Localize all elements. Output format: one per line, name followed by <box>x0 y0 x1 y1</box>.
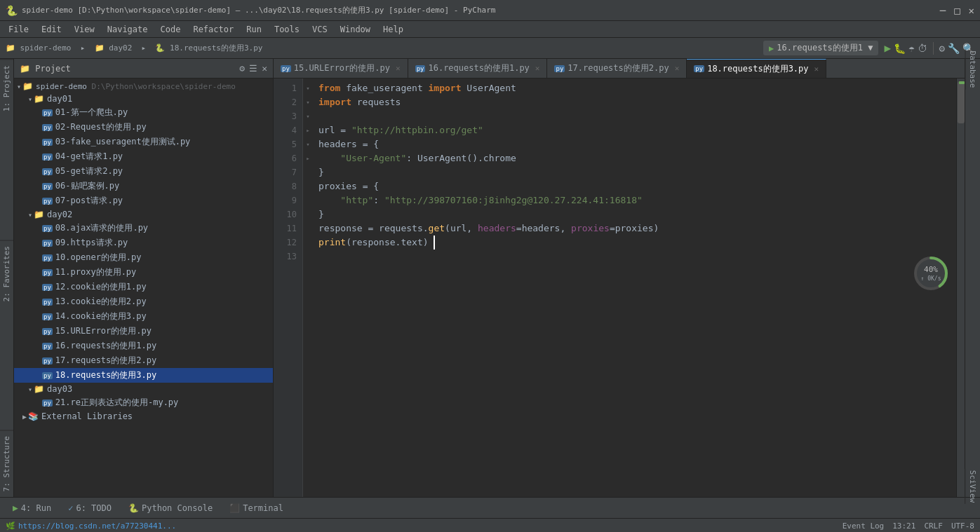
code-line-1: from fake_useragent import UserAgent <box>318 81 951 95</box>
terminal-icon: ⬛ <box>229 503 240 513</box>
tree-external-libs[interactable]: ▶ 📚 External Libraries <box>14 410 273 423</box>
tab-15-label: 15.URLError的使用.py <box>294 62 390 74</box>
sidebar-item-database[interactable]: Database <box>965 50 980 90</box>
menu-item-file[interactable]: File <box>3 23 34 36</box>
bottom-tab-terminal[interactable]: ⬛ Terminal <box>222 500 290 516</box>
tab-17-label: 17.requests的使用2.py <box>568 62 669 74</box>
tree-file-05[interactable]: py05-get请求2.py <box>14 164 273 179</box>
project-tree: ▾ 📁 spider-demo D:\Python\workspace\spid… <box>14 79 273 497</box>
code-line-11: response = requests.get(url, headers=hea… <box>318 221 951 236</box>
bottom-terminal-label: Terminal <box>243 503 283 513</box>
sidebar-item-structure[interactable]: 7: Structure <box>0 430 13 497</box>
tree-file-09[interactable]: py09.https请求.py <box>14 236 273 250</box>
progress-circle: 40% ↑ 0K/s <box>911 254 951 293</box>
tree-file-04[interactable]: py04-get请求1.py <box>14 149 273 164</box>
tab-15-urlerror[interactable]: py 15.URLError的使用.py ✕ <box>274 59 408 78</box>
sidebar-item-sciview[interactable]: SciView <box>965 469 980 504</box>
settings-button[interactable]: 🔧 <box>948 43 960 54</box>
tab-16-label: 16.requests的使用1.py <box>428 62 529 74</box>
bottom-tab-todo[interactable]: ✓ 6: TODO <box>61 500 119 516</box>
todo-icon: ✓ <box>68 503 73 513</box>
tree-file-11[interactable]: py11.proxy的使用.py <box>14 265 273 280</box>
code-line-3 <box>318 109 951 123</box>
left-sidebar-labels: 1: Project 2: Favorites 7: Structure <box>0 59 14 497</box>
app-icon: 🐍 <box>6 5 18 16</box>
tree-file-01[interactable]: py01-第一个爬虫.py <box>14 105 273 120</box>
close-button[interactable]: ✕ <box>969 5 974 16</box>
scrollbar-thumb[interactable] <box>958 81 965 123</box>
menu-item-window[interactable]: Window <box>335 23 376 36</box>
tree-folder-day02[interactable]: ▾ 📁 day02 <box>14 208 273 221</box>
project-panel-title: 📁 Project <box>20 64 239 74</box>
run-config-icon: ▶ <box>769 43 774 53</box>
status-left: 🌿 https://blog.csdn.net/a77230441... <box>6 521 176 531</box>
profile-button[interactable]: ⏱ <box>918 43 927 54</box>
menu-item-tools[interactable]: Tools <box>269 23 305 36</box>
code-line-4: url = "http://httpbin.org/get" <box>318 123 951 137</box>
tree-file-03[interactable]: py03-fake_useragent使用测试.py <box>14 135 273 149</box>
ext-libs-label: External Libraries <box>41 411 133 421</box>
title-bar: 🐍 spider-demo [D:\Python\workspace\spide… <box>0 0 980 21</box>
bottom-tab-python-console[interactable]: 🐍 Python Console <box>121 500 220 516</box>
code-line-9: "http": "http://398707160:j8inhg2g@120.2… <box>318 193 951 207</box>
menu-item-edit[interactable]: Edit <box>36 23 67 36</box>
tree-file-21[interactable]: py21.re正则表达式的使用-my.py <box>14 395 273 410</box>
tree-file-18[interactable]: py18.requests的使用3.py <box>14 368 273 383</box>
gear-icon[interactable]: ☰ <box>249 63 257 74</box>
svg-text:40%: 40% <box>924 265 938 274</box>
menu-item-view[interactable]: View <box>69 23 100 36</box>
tree-file-17[interactable]: py17.requests的使用2.py <box>14 353 273 368</box>
tree-file-15[interactable]: py15.URLError的使用.py <box>14 324 273 339</box>
hide-icon[interactable]: ✕ <box>262 63 267 74</box>
bottom-console-label: Python Console <box>142 503 213 513</box>
main-layout: 1: Project 2: Favorites 7: Structure 📁 P… <box>0 59 980 497</box>
menu-item-help[interactable]: Help <box>377 23 409 36</box>
debug-button[interactable]: 🐛 <box>894 43 906 54</box>
tab-16-close[interactable]: ✕ <box>535 64 540 73</box>
project-panel-icons: ⚙ ☰ ✕ <box>239 63 267 74</box>
tree-file-07[interactable]: py07-post请求.py <box>14 193 273 208</box>
tab-17-requests2[interactable]: py 17.requests的使用2.py ✕ <box>547 59 687 78</box>
menu-item-vcs[interactable]: VCS <box>307 23 333 36</box>
tab-15-close[interactable]: ✕ <box>396 64 401 73</box>
event-log-button[interactable]: Event Log <box>843 521 885 531</box>
menu-item-run[interactable]: Run <box>241 23 267 36</box>
folder-day02-label: day02 <box>47 210 72 219</box>
status-right: Event Log 13:21 CRLF UTF-8 <box>843 521 974 531</box>
coverage-button[interactable]: ☂ <box>908 43 914 54</box>
right-sidebar: Database SciView <box>965 59 980 497</box>
tree-root[interactable]: ▾ 📁 spider-demo D:\Python\workspace\spid… <box>14 80 273 93</box>
separator1 <box>933 42 934 55</box>
code-content[interactable]: from fake_useragent import UserAgent imp… <box>313 79 956 497</box>
tree-folder-day01[interactable]: ▾ 📁 day01 <box>14 93 273 105</box>
tab-18-requests3[interactable]: py 18.requests的使用3.py ✕ <box>687 59 826 78</box>
tab-18-label: 18.requests的使用3.py <box>707 63 808 75</box>
tree-file-10[interactable]: py10.opener的使用.py <box>14 250 273 265</box>
run-button[interactable]: ▶ <box>884 41 891 55</box>
menu-item-navigate[interactable]: Navigate <box>102 23 154 36</box>
tree-file-16[interactable]: py16.requests的使用1.py <box>14 339 273 353</box>
tree-file-14[interactable]: py14.cookie的使用3.py <box>14 309 273 324</box>
maximize-button[interactable]: □ <box>954 5 960 16</box>
tree-file-08[interactable]: py08.ajax请求的使用.py <box>14 221 273 236</box>
sync-icon[interactable]: ⚙ <box>239 63 245 74</box>
sidebar-item-favorites[interactable]: 2: Favorites <box>0 240 13 307</box>
bottom-tab-run[interactable]: ▶ 4: Run <box>6 500 58 516</box>
tab-17-close[interactable]: ✕ <box>675 64 680 73</box>
tree-file-12[interactable]: py12.cookie的使用1.py <box>14 280 273 294</box>
editor-scrollbar[interactable] <box>956 79 965 497</box>
tree-file-06[interactable]: py06-贴吧案例.py <box>14 179 273 193</box>
sidebar-item-project[interactable]: 1: Project <box>0 59 13 117</box>
minimize-button[interactable]: ─ <box>940 5 946 16</box>
vcs-button[interactable]: ⚙ <box>939 43 945 54</box>
tree-file-02[interactable]: py02-Request的使用.py <box>14 120 273 135</box>
run-config-dropdown[interactable]: ▶ 16.requests的使用1 ▼ <box>763 41 878 55</box>
menu-item-code[interactable]: Code <box>155 23 187 36</box>
menu-item-refactor[interactable]: Refactor <box>187 23 239 36</box>
status-link[interactable]: https://blog.csdn.net/a77230441... <box>18 521 176 531</box>
tree-file-13[interactable]: py13.cookie的使用2.py <box>14 294 273 309</box>
tab-18-close[interactable]: ✕ <box>814 64 819 74</box>
tree-folder-day03[interactable]: ▾ 📁 day03 <box>14 383 273 395</box>
tab-16-requests1[interactable]: py 16.requests的使用1.py ✕ <box>408 59 548 78</box>
encoding: UTF-8 <box>951 521 974 531</box>
